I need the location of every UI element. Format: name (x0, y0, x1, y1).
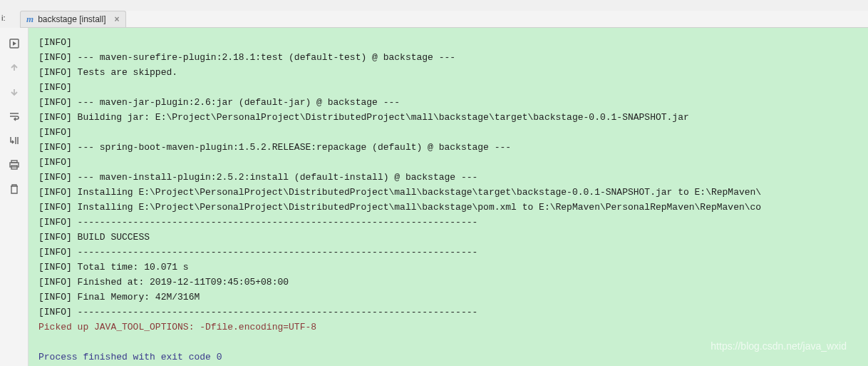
console-line: [INFO] (38, 82, 72, 93)
console-line: [INFO] --- maven-surefire-plugin:2.18.1:… (38, 52, 455, 63)
console-line: [INFO] --- maven-install-plugin:2.5.2:in… (38, 172, 477, 183)
console-output[interactable]: [INFO] [INFO] --- maven-surefire-plugin:… (29, 28, 868, 366)
console-line: [INFO] Installing E:\Project\PersonalPro… (38, 187, 761, 198)
print-icon[interactable] (4, 156, 24, 173)
console-line: [INFO] Final Memory: 42M/316M (38, 292, 200, 303)
console-line: [INFO] Tests are skipped. (38, 67, 177, 78)
console-line: [INFO] --- spring-boot-maven-plugin:1.5.… (38, 142, 511, 153)
console-line: [INFO] Total time: 10.071 s (38, 262, 189, 273)
console-line: [INFO] Finished at: 2019-12-11T09:45:05+… (38, 277, 289, 288)
trash-icon[interactable] (4, 181, 24, 198)
tab-bar: m backstage [install] × (20, 11, 868, 28)
tab-title: backstage [install] (38, 14, 105, 24)
console-line: [INFO] Installing E:\Project\PersonalPro… (38, 202, 761, 213)
console-line: [INFO] (38, 37, 72, 48)
console-line: [INFO] Building jar: E:\Project\Personal… (38, 112, 689, 123)
console-toolbar (0, 28, 29, 366)
maven-icon: m (26, 14, 33, 25)
console-line-warning: Picked up JAVA_TOOL_OPTIONS: -Dfile.enco… (38, 322, 316, 332)
console-line: [INFO] ---------------------------------… (38, 217, 477, 228)
console-line: [INFO] ---------------------------------… (38, 307, 477, 317)
soft-wrap-icon[interactable] (4, 108, 24, 125)
console-line: [INFO] (38, 127, 72, 138)
console-line-exit: Process finished with exit code 0 (38, 352, 222, 362)
close-icon[interactable]: × (115, 14, 120, 24)
up-arrow-icon[interactable] (4, 59, 24, 76)
panel-label: i: (1, 14, 6, 22)
down-arrow-icon[interactable] (4, 83, 24, 101)
console-line: [INFO] --- maven-jar-plugin:2.6:jar (def… (38, 97, 400, 108)
console-line: [INFO] (38, 157, 72, 168)
rerun-button[interactable] (4, 35, 24, 52)
console-line: [INFO] ---------------------------------… (38, 247, 477, 258)
scroll-to-end-icon[interactable] (4, 132, 24, 149)
console-line: [INFO] BUILD SUCCESS (38, 232, 150, 243)
tab-run-config[interactable]: m backstage [install] × (20, 11, 126, 27)
